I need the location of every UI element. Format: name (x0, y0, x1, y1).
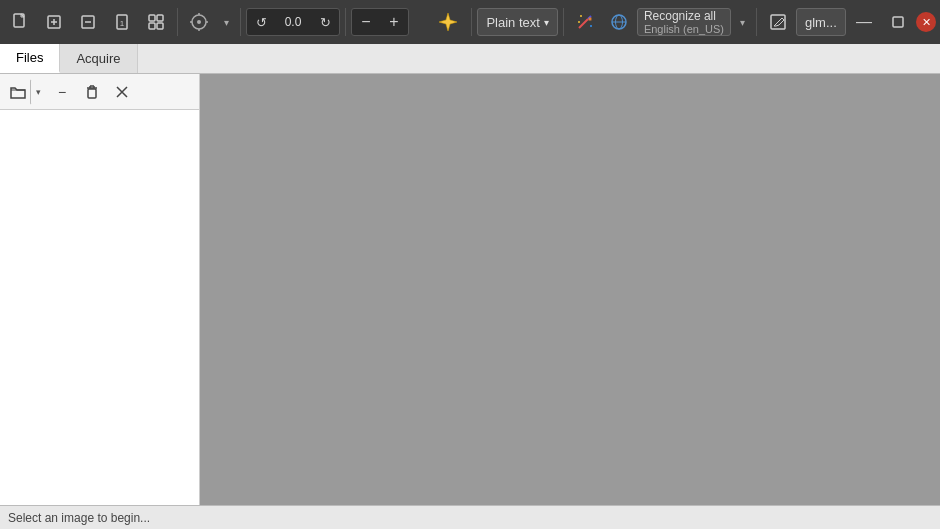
rotation-group: ↺ 0.0 ↻ (246, 8, 340, 36)
svg-point-17 (590, 25, 592, 27)
left-panel: ▾ − (0, 74, 200, 505)
recognize-all-button[interactable]: Recognize all English (en_US) (637, 8, 731, 36)
file-toolbar: ▾ − (0, 74, 199, 110)
svg-point-10 (197, 20, 201, 24)
rotate-right-button[interactable]: ↻ (313, 10, 337, 34)
canvas-area[interactable] (200, 74, 940, 505)
zoom-in-button[interactable]: + (380, 8, 408, 36)
rotation-value-input[interactable]: 0.0 (275, 15, 311, 29)
single-page-button[interactable]: 1 (106, 6, 138, 38)
tab-acquire[interactable]: Acquire (60, 44, 137, 73)
image-tools-dropdown[interactable]: ▾ (217, 6, 235, 38)
delete-button[interactable] (78, 79, 106, 105)
plain-text-label: Plain text (486, 15, 539, 30)
add-page-button[interactable] (38, 6, 70, 38)
tab-files[interactable]: Files (0, 44, 60, 73)
minimize-button[interactable]: — (848, 6, 880, 38)
open-file-group: ▾ (4, 79, 46, 105)
remove-page-button[interactable] (72, 6, 104, 38)
svg-rect-23 (893, 17, 903, 27)
file-content-area (0, 110, 199, 505)
svg-rect-24 (88, 89, 96, 98)
zoom-out-button[interactable]: − (352, 8, 380, 36)
plain-text-button[interactable]: Plain text ▾ (477, 8, 557, 36)
lang-icon-button[interactable] (603, 6, 635, 38)
status-bar: Select an image to begin... (0, 505, 940, 529)
open-file-dropdown[interactable]: ▾ (30, 79, 46, 105)
maximize-button[interactable] (882, 6, 914, 38)
separator-3 (345, 8, 346, 36)
tabs-bar: Files Acquire (0, 44, 940, 74)
rotate-left-button[interactable]: ↺ (249, 10, 273, 34)
new-document-button[interactable] (4, 6, 36, 38)
image-tools-button[interactable] (183, 6, 215, 38)
separator-6 (756, 8, 757, 36)
svg-rect-5 (149, 15, 155, 21)
magic-wand-button[interactable] (569, 6, 601, 38)
language-label: English (en_US) (644, 23, 724, 35)
zoom-group: − + (351, 8, 409, 36)
open-file-button[interactable] (4, 79, 32, 105)
svg-rect-8 (157, 23, 163, 29)
recognize-label: Recognize all (644, 9, 716, 23)
separator-2 (240, 8, 241, 36)
status-text: Select an image to begin... (8, 511, 150, 525)
user-label: glm... (805, 15, 837, 30)
user-button[interactable]: glm... (796, 8, 846, 36)
separator-5 (563, 8, 564, 36)
svg-marker-11 (439, 13, 457, 31)
separator-1 (177, 8, 178, 36)
plain-text-dropdown-icon: ▾ (544, 17, 549, 28)
svg-point-16 (580, 15, 582, 17)
collapse-button[interactable]: − (48, 79, 76, 105)
separator-4 (471, 8, 472, 36)
svg-text:1: 1 (120, 19, 125, 28)
svg-line-13 (579, 19, 588, 28)
main-content: ▾ − (0, 74, 940, 505)
svg-rect-6 (157, 15, 163, 21)
edit-button[interactable] (762, 6, 794, 38)
svg-rect-7 (149, 23, 155, 29)
grid-view-button[interactable] (140, 6, 172, 38)
ai-sparkle-button[interactable] (430, 6, 466, 38)
close-button[interactable]: ✕ (916, 12, 936, 32)
recognize-dropdown[interactable]: ▾ (733, 6, 751, 38)
clear-button[interactable] (108, 79, 136, 105)
main-toolbar: 1 ▾ ↺ 0.0 ↻ − + (0, 0, 940, 44)
svg-point-18 (578, 21, 580, 23)
